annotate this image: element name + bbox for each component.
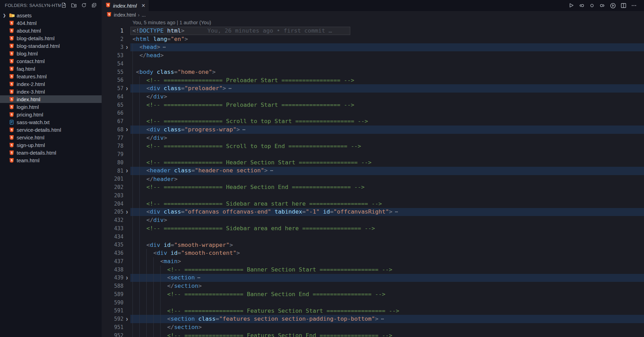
- fold-chevron-icon[interactable]: ❯: [123, 86, 130, 91]
- code-line-79[interactable]: 79: [102, 150, 644, 158]
- line-content[interactable]: [130, 109, 644, 118]
- open-changes-icon[interactable]: [589, 2, 595, 9]
- file-item-sign-up-html[interactable]: 5sign-up.html: [0, 141, 102, 149]
- code-line-439[interactable]: 439❯<section⋯: [102, 274, 644, 282]
- breadcrumb-more[interactable]: ...: [141, 12, 146, 18]
- line-content[interactable]: <!-- ================= Preloader Start =…: [130, 101, 644, 109]
- line-content[interactable]: <html lang="en">: [130, 35, 644, 43]
- code-line-433[interactable]: 433<!-- ================= Sidebar area e…: [102, 224, 644, 233]
- code-line-437[interactable]: 437<main>: [102, 257, 644, 266]
- code-line-589[interactable]: 589<!-- ================= Banner Section…: [102, 290, 644, 299]
- file-item-blog-details-html[interactable]: 5blog-details.html: [0, 34, 102, 42]
- line-content[interactable]: <div class="progress-wrap">⋯: [130, 126, 644, 134]
- code-line-57[interactable]: 57❯<div class="preloader">⋯: [102, 84, 644, 93]
- line-content[interactable]: [130, 299, 644, 307]
- line-content[interactable]: <!-- ================= Header Section En…: [130, 183, 644, 191]
- file-item-login-html[interactable]: 5login.html: [0, 103, 102, 111]
- code-line-1[interactable]: 1<!DOCTYPE html>You, 26 minutes ago • fi…: [102, 27, 644, 35]
- code-line-432[interactable]: 432</div>: [102, 216, 644, 224]
- folded-code-ellipsis-icon[interactable]: ⋯: [229, 85, 232, 92]
- file-item-sass-watch-txt[interactable]: sass-watch.txt: [0, 118, 102, 126]
- line-content[interactable]: [130, 60, 644, 68]
- folded-code-ellipsis-icon[interactable]: ⋯: [381, 316, 384, 322]
- code-line-588[interactable]: 588</section>: [102, 282, 644, 290]
- folded-code-ellipsis-icon[interactable]: ⋯: [395, 209, 398, 215]
- gitlens-file-blame[interactable]: You, 5 minutes ago | 1 author (You): [132, 20, 211, 25]
- line-content[interactable]: <!-- ================= Preloader Start =…: [130, 76, 644, 85]
- breadcrumb-file[interactable]: index.html: [114, 12, 136, 18]
- file-item-blog-standard-html[interactable]: 5blog-standard.html: [0, 42, 102, 50]
- split-editor-icon[interactable]: [620, 2, 627, 9]
- line-content[interactable]: <!DOCTYPE html>You, 26 minutes ago • fir…: [130, 27, 644, 35]
- line-content[interactable]: <!-- ================= Banner Section St…: [130, 266, 644, 274]
- fold-chevron-icon[interactable]: ❯: [123, 317, 130, 321]
- file-item-contact-html[interactable]: 5contact.html: [0, 57, 102, 65]
- file-item-service-html[interactable]: 5service.html: [0, 133, 102, 141]
- file-item-faq-html[interactable]: 5faq.html: [0, 65, 102, 72]
- code-line-204[interactable]: 204<!-- ================= Sidebar area s…: [102, 200, 644, 208]
- code-line-952[interactable]: 952<!-- ================= Features Secti…: [102, 331, 644, 337]
- file-item-team-details-html[interactable]: 5team-details.html: [0, 149, 102, 156]
- line-content[interactable]: <header class="header-one section">⋯: [130, 167, 644, 175]
- code-line-56[interactable]: 56<!-- ================= Preloader Start…: [102, 76, 644, 85]
- fold-chevron-icon[interactable]: ❯: [123, 168, 130, 173]
- file-item-service-details-html[interactable]: 5service-details.html: [0, 126, 102, 133]
- folded-code-ellipsis-icon[interactable]: ⋯: [163, 44, 166, 50]
- code-line-68[interactable]: 68❯<div class="progress-wrap">⋯: [102, 126, 644, 134]
- code-line-951[interactable]: 951</section>: [102, 323, 644, 331]
- code-line-65[interactable]: 65<!-- ================= Preloader Start…: [102, 101, 644, 109]
- code-line-201[interactable]: 201</header>: [102, 175, 644, 183]
- line-content[interactable]: <!-- ================= Header Section St…: [130, 158, 644, 167]
- line-content[interactable]: <div id="smooth-wrapper">: [130, 241, 644, 249]
- file-item-index-html[interactable]: 5index.html: [0, 95, 102, 103]
- code-line-202[interactable]: 202<!-- ================= Header Section…: [102, 183, 644, 191]
- chevron-right-icon[interactable]: ❯: [3, 13, 9, 18]
- file-item-features-html[interactable]: 5features.html: [0, 72, 102, 80]
- code-line-81[interactable]: 81❯<header class="header-one section">⋯: [102, 167, 644, 175]
- file-item-team-html[interactable]: 5team.html: [0, 156, 102, 164]
- line-content[interactable]: </section>: [130, 282, 644, 290]
- tab-index-html[interactable]: 5 index.html ✕: [102, 0, 149, 11]
- code-line-78[interactable]: 78<!-- ================= Scroll to top E…: [102, 142, 644, 150]
- folded-code-ellipsis-icon[interactable]: ⋯: [197, 275, 201, 281]
- folded-code-ellipsis-icon[interactable]: ⋯: [242, 127, 246, 133]
- file-item-assets[interactable]: ❯assets: [0, 11, 102, 19]
- line-content[interactable]: <head>⋯: [130, 43, 644, 52]
- line-content[interactable]: <main>: [130, 257, 644, 266]
- fold-chevron-icon[interactable]: ❯: [123, 276, 130, 280]
- code-line-436[interactable]: 436<div id="smooth-content">: [102, 249, 644, 257]
- more-actions-icon[interactable]: [631, 2, 637, 9]
- refresh-icon[interactable]: [81, 2, 87, 8]
- line-content[interactable]: [130, 191, 644, 200]
- code-line-435[interactable]: 435<div id="smooth-wrapper">: [102, 241, 644, 249]
- line-content[interactable]: </section>: [130, 323, 644, 331]
- line-content[interactable]: </div>: [130, 216, 644, 224]
- line-content[interactable]: </div>: [130, 93, 644, 101]
- fold-chevron-icon[interactable]: ❯: [123, 45, 130, 50]
- line-content[interactable]: <!-- ================= Features Section …: [130, 331, 644, 337]
- file-item-about-html[interactable]: 5about.html: [0, 27, 102, 34]
- code-line-66[interactable]: 66: [102, 109, 644, 118]
- line-content[interactable]: <!-- ================= Scroll to top End…: [130, 142, 644, 150]
- line-content[interactable]: <!-- ================= Banner Section En…: [130, 290, 644, 299]
- code-line-3[interactable]: 3❯<head>⋯: [102, 43, 644, 52]
- run-code-icon[interactable]: [568, 2, 574, 9]
- code-line-590[interactable]: 590: [102, 299, 644, 307]
- file-item-index-3-html[interactable]: 5index-3.html: [0, 88, 102, 95]
- line-content[interactable]: <!-- ================= Features Section …: [130, 307, 644, 315]
- code-line-55[interactable]: 55<body class="home-one">: [102, 68, 644, 76]
- line-content[interactable]: <body class="home-one">: [130, 68, 644, 76]
- code-line-592[interactable]: 592❯<section class="features section sec…: [102, 315, 644, 323]
- folded-code-ellipsis-icon[interactable]: ⋯: [270, 167, 274, 174]
- code-line-434[interactable]: 434: [102, 233, 644, 241]
- line-content[interactable]: <section⋯: [130, 274, 644, 282]
- live-preview-icon[interactable]: [610, 2, 616, 9]
- line-content[interactable]: </header>: [130, 175, 644, 183]
- fold-chevron-icon[interactable]: ❯: [123, 210, 130, 214]
- next-change-icon[interactable]: [599, 2, 606, 9]
- line-content[interactable]: <div class="offcanvas offcanvas-end" tab…: [130, 208, 644, 216]
- code-line-53[interactable]: 53</head>: [102, 51, 644, 60]
- code-line-54[interactable]: 54: [102, 60, 644, 68]
- code-line-205[interactable]: 205❯<div class="offcanvas offcanvas-end"…: [102, 208, 644, 216]
- code-line-438[interactable]: 438<!-- ================= Banner Section…: [102, 266, 644, 274]
